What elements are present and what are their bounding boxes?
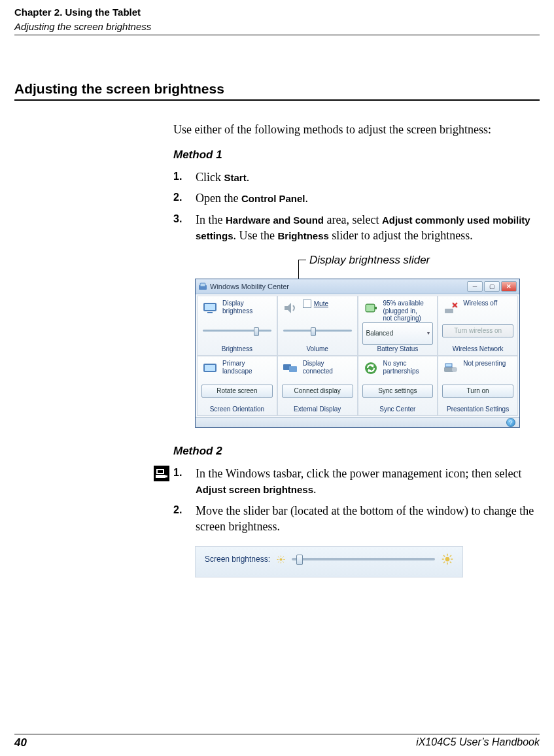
method2-steps: 1. In the Windows tasbar, click the powe… — [173, 466, 540, 534]
section-heading: Adjusting the screen brightness — [14, 81, 540, 101]
svg-rect-1 — [200, 283, 205, 286]
brightness-slider[interactable] — [292, 558, 435, 560]
tile-label: 95% available (plugged in, not charging) — [383, 300, 426, 322]
svg-rect-4 — [207, 312, 213, 313]
window-footer: ? — [196, 417, 519, 427]
sync-settings-button[interactable]: Sync settings — [362, 385, 434, 398]
monitor-icon — [201, 300, 218, 317]
svg-line-41 — [450, 562, 451, 563]
tile-caption: Battery Status — [362, 345, 434, 352]
tile-caption: External Display — [282, 405, 353, 413]
orientation-icon — [201, 360, 218, 377]
svg-rect-3 — [205, 304, 215, 310]
method1-heading: Method 1 — [173, 148, 540, 162]
step-text: Open the Control Panel. — [196, 190, 540, 206]
tile-label: Mute — [314, 300, 328, 308]
svg-line-40 — [443, 555, 445, 557]
tile-external-display: Display connected Connect display Extern… — [277, 356, 358, 416]
dual-monitor-icon — [282, 360, 299, 377]
method1-steps: 1. Click Start. 2. Open the Control Pane… — [173, 169, 540, 243]
tile-caption: Wireless Network — [442, 345, 513, 352]
callout-leader-line — [298, 260, 306, 260]
intro-text: Use either of the following methods to a… — [173, 123, 540, 137]
svg-marker-5 — [285, 303, 291, 313]
page-footer: 40 iX104C5 User’s Handbook — [14, 734, 540, 749]
svg-point-20 — [452, 367, 457, 372]
tile-label: Not presenting — [463, 360, 506, 368]
step-number: 1. — [173, 169, 196, 184]
window-title: Windows Mobility Center — [210, 283, 467, 290]
svg-rect-23 — [158, 470, 163, 473]
page-number: 40 — [14, 736, 27, 749]
speaker-icon — [282, 300, 299, 317]
svg-line-33 — [278, 561, 279, 562]
wireless-off-icon — [442, 300, 459, 317]
help-icon[interactable]: ? — [506, 418, 515, 427]
step-number: 2. — [173, 503, 196, 517]
step-number: 2. — [173, 190, 196, 205]
callout-leader-line — [298, 260, 299, 279]
volume-slider[interactable] — [283, 330, 352, 332]
tile-orientation: Primary landscape Rotate screen Screen O… — [197, 356, 277, 416]
tile-label: No sync partnerships — [383, 360, 426, 375]
power-plan-combo[interactable]: Balanced▾ — [362, 322, 434, 345]
callout: Display brightness slider — [173, 254, 540, 279]
tile-caption: Sync Center — [362, 405, 434, 413]
sync-icon — [362, 360, 379, 377]
svg-line-32 — [283, 561, 284, 562]
tile-presentation: Not presenting Turn on Presentation Sett… — [438, 356, 518, 416]
svg-line-34 — [283, 557, 284, 558]
title-bar[interactable]: Windows Mobility Center ─ ▢ ✕ — [196, 279, 519, 294]
app-icon — [198, 282, 207, 291]
tile-caption: Presentation Settings — [442, 405, 513, 413]
tile-label: Wireless off — [463, 300, 497, 307]
step-text: Move the slider bar (located at the bott… — [196, 503, 540, 535]
step-text: In the Windows tasbar, click the power m… — [196, 466, 540, 498]
brightness-label: Screen brightness: — [205, 555, 270, 564]
turn-wireless-on-button[interactable]: Turn wireless on — [442, 324, 513, 337]
svg-rect-8 — [366, 305, 374, 311]
rotate-screen-button[interactable]: Rotate screen — [201, 385, 273, 398]
maximize-button[interactable]: ▢ — [484, 281, 500, 292]
callout-label: Display brightness slider — [309, 254, 430, 267]
section-subhead: Adjusting the screen brightness — [14, 18, 540, 35]
brightness-slider[interactable] — [203, 330, 271, 332]
mobility-center-window: Windows Mobility Center ─ ▢ ✕ Display br… — [195, 279, 520, 428]
tile-label: Primary landscape — [222, 360, 266, 375]
svg-rect-25 — [165, 475, 167, 477]
sun-dim-icon — [277, 555, 285, 564]
step-text: In the Hardware and Sound area, select A… — [196, 212, 540, 244]
minimize-button[interactable]: ─ — [467, 281, 483, 292]
chevron-down-icon: ▾ — [427, 330, 430, 336]
svg-line-31 — [278, 557, 279, 558]
projector-icon — [442, 360, 459, 377]
svg-rect-7 — [375, 307, 377, 309]
svg-rect-9 — [445, 309, 453, 313]
mute-checkbox[interactable] — [303, 300, 311, 308]
tile-battery: 95% available (plugged in, not charging)… — [358, 296, 438, 356]
svg-line-42 — [443, 562, 445, 563]
tile-wireless: Wireless off Turn wireless on Wireless N… — [438, 296, 518, 356]
svg-rect-21 — [445, 364, 452, 367]
close-button[interactable]: ✕ — [501, 281, 517, 292]
battery-icon — [362, 300, 379, 317]
tile-caption: Volume — [282, 345, 353, 352]
svg-line-43 — [450, 555, 451, 557]
tile-display-brightness: Display brightness Brightness — [197, 296, 277, 356]
step-text: Click Start. — [196, 169, 540, 185]
turn-on-presentation-button[interactable]: Turn on — [442, 385, 513, 398]
connect-display-button[interactable]: Connect display — [282, 385, 353, 398]
book-title: iX104C5 User’s Handbook — [416, 736, 540, 749]
tile-sync-center: No sync partnerships Sync settings Sync … — [358, 356, 438, 416]
svg-rect-15 — [289, 366, 297, 372]
svg-point-16 — [365, 362, 377, 374]
slider-thumb[interactable] — [296, 555, 303, 565]
sun-bright-icon — [441, 553, 453, 565]
step-number: 1. — [173, 466, 196, 480]
svg-point-26 — [280, 558, 283, 560]
method2-heading: Method 2 — [173, 445, 540, 458]
svg-point-35 — [445, 557, 450, 562]
step-number: 3. — [173, 212, 196, 226]
power-management-icon — [154, 466, 169, 481]
brightness-panel: Screen brightness: — [195, 546, 463, 577]
